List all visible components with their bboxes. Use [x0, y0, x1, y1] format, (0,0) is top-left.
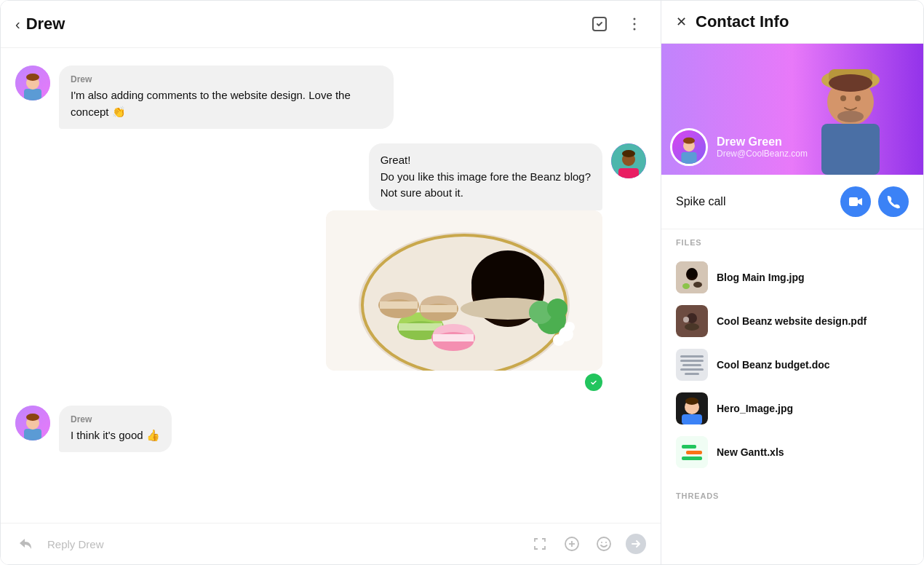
svg-rect-63: [681, 152, 696, 164]
svg-point-70: [693, 282, 702, 288]
call-buttons: [840, 186, 909, 217]
file-name-4: Hero_Image.jpg: [717, 403, 793, 414]
close-icon[interactable]: ✕: [676, 14, 687, 30]
files-section: FILES Blog Main Img.jpg: [661, 229, 923, 483]
file-item-5[interactable]: New Gantt.xls: [676, 430, 909, 474]
message-incoming-2: Drew I think it's good 👍: [15, 406, 646, 453]
expand-icon[interactable]: [530, 534, 550, 554]
contact-email: Drew@CoolBeanz.com: [717, 149, 808, 159]
reply-bar: Reply Drew: [1, 523, 661, 564]
spike-call-section: Spike call: [661, 175, 923, 229]
chat-header-left: ‹ Drew: [15, 15, 65, 33]
contact-info-overlay: Drew Green Drew@CoolBeanz.com: [670, 128, 808, 166]
svg-rect-41: [618, 168, 639, 178]
svg-point-1: [634, 18, 636, 20]
svg-rect-60: [821, 124, 880, 175]
chat-panel: ‹ Drew: [1, 1, 661, 564]
file-thumb-4: [676, 392, 708, 424]
svg-point-35: [553, 334, 565, 346]
emoji-icon[interactable]: [594, 534, 614, 554]
bubble-text-1: I'm also adding comments to the website …: [71, 87, 382, 120]
file-item-1[interactable]: Blog Main Img.jpg: [676, 256, 909, 299]
svg-point-3: [634, 28, 636, 31]
svg-point-36: [565, 322, 575, 332]
plus-circle-icon[interactable]: [562, 534, 582, 554]
outgoing-content: Great!Do you like this image fore the Be…: [326, 143, 602, 391]
file-name-5: New Gantt.xls: [717, 446, 784, 458]
phone-call-button[interactable]: [878, 186, 909, 217]
bubble-incoming-2: Drew I think it's good 👍: [59, 406, 172, 453]
svg-point-75: [683, 317, 689, 323]
svg-rect-81: [682, 445, 696, 449]
contact-hero: Drew Green Drew@CoolBeanz.com: [661, 44, 923, 175]
file-thumb-2: [676, 305, 708, 337]
video-call-button[interactable]: [840, 186, 871, 217]
chat-header: ‹ Drew: [1, 1, 661, 48]
message-status-icon: [585, 374, 602, 391]
chat-header-right: [588, 12, 646, 36]
svg-point-65: [683, 138, 695, 144]
svg-point-49: [597, 537, 610, 550]
svg-rect-30: [421, 305, 457, 312]
svg-point-58: [855, 95, 861, 101]
svg-point-69: [687, 268, 697, 278]
file-name-2: Cool Beanz website design.pdf: [717, 315, 867, 327]
svg-point-57: [840, 95, 846, 101]
svg-rect-82: [686, 451, 702, 454]
svg-point-78: [685, 398, 698, 405]
files-section-label: FILES: [676, 238, 909, 247]
svg-point-61: [837, 111, 864, 122]
svg-point-37: [589, 377, 599, 387]
svg-point-59: [829, 74, 872, 92]
contact-header: ✕ Contact Info: [661, 1, 923, 44]
contact-name: Drew Green: [717, 135, 808, 149]
file-item-2[interactable]: Cool Beanz website design.pdf: [676, 299, 909, 343]
avatar-outgoing: [611, 143, 646, 178]
back-button[interactable]: ‹: [15, 16, 20, 33]
file-name-1: Blog Main Img.jpg: [717, 272, 805, 283]
file-name-3: Cool Beanz budget.doc: [717, 359, 830, 371]
bubble-incoming-1: Drew I'm also adding comments to the web…: [59, 66, 394, 129]
svg-rect-66: [849, 197, 858, 206]
svg-point-71: [682, 283, 690, 289]
reply-input-placeholder[interactable]: Reply Drew: [47, 538, 518, 550]
more-vertical-icon[interactable]: [623, 12, 646, 36]
chat-title: Drew: [26, 15, 65, 33]
threads-section-label: THREADS: [676, 491, 909, 500]
svg-point-51: [605, 542, 607, 543]
svg-point-2: [634, 23, 636, 25]
svg-rect-22: [433, 334, 474, 341]
messages-area: Drew I'm also adding comments to the web…: [1, 48, 661, 523]
check-square-icon[interactable]: [588, 12, 611, 36]
file-item-3[interactable]: Cool Beanz budget.doc: [676, 343, 909, 387]
message-outgoing-1: Great!Do you like this image fore the Be…: [15, 143, 646, 391]
bubble-text-2: I think it's good 👍: [71, 427, 160, 444]
sender-name-1: Drew: [71, 74, 382, 84]
svg-rect-26: [380, 301, 418, 309]
avatar-drew-2: [15, 406, 50, 440]
svg-point-45: [26, 414, 39, 421]
bubble-text-outgoing: Great!Do you like this image fore the Be…: [381, 152, 591, 202]
svg-point-50: [601, 542, 602, 543]
app-container: ‹ Drew: [0, 0, 924, 565]
file-item-4[interactable]: Hero_Image.jpg: [676, 387, 909, 430]
svg-rect-43: [24, 429, 41, 440]
svg-point-40: [622, 150, 635, 157]
svg-rect-5: [24, 89, 41, 100]
reply-icon[interactable]: [15, 534, 36, 554]
send-icon[interactable]: [626, 534, 646, 554]
threads-section: THREADS: [661, 483, 923, 518]
sender-name-2: Drew: [71, 414, 160, 424]
file-thumb-1: [676, 261, 708, 293]
food-image: [326, 210, 602, 371]
svg-rect-79: [682, 414, 702, 424]
contact-avatar-small: [670, 128, 708, 166]
contact-panel: ✕ Contact Info: [661, 1, 923, 564]
spike-call-label: Spike call: [676, 195, 725, 208]
file-thumb-5: [676, 436, 708, 468]
file-thumb-3: [676, 349, 708, 381]
avatar-drew: [15, 66, 50, 100]
svg-rect-83: [682, 457, 702, 460]
svg-point-7: [26, 74, 39, 81]
message-incoming-1: Drew I'm also adding comments to the web…: [15, 66, 646, 129]
